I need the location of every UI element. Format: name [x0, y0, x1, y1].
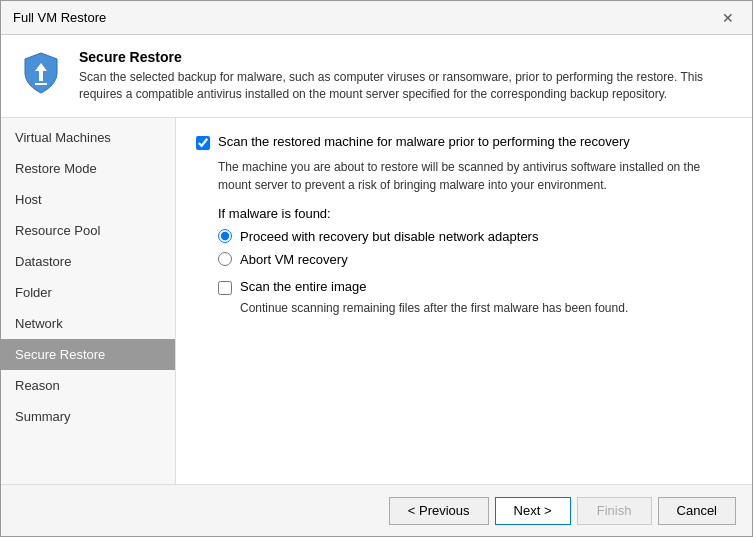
- content-area: Virtual Machines Restore Mode Host Resou…: [1, 118, 752, 484]
- svg-rect-1: [35, 83, 47, 85]
- malware-found-label: If malware is found:: [218, 206, 732, 221]
- sidebar-item-resource-pool[interactable]: Resource Pool: [1, 215, 175, 246]
- sidebar-item-restore-mode[interactable]: Restore Mode: [1, 153, 175, 184]
- main-content: Scan the restored machine for malware pr…: [176, 118, 752, 484]
- entire-image-desc: Continue scanning remaining files after …: [240, 299, 732, 317]
- abort-label[interactable]: Abort VM recovery: [240, 252, 348, 267]
- header-section: Secure Restore Scan the selected backup …: [1, 35, 752, 118]
- sidebar-item-secure-restore[interactable]: Secure Restore: [1, 339, 175, 370]
- radio-row-abort: Abort VM recovery: [218, 252, 732, 267]
- header-text: Secure Restore Scan the selected backup …: [79, 49, 736, 103]
- previous-button[interactable]: < Previous: [389, 497, 489, 525]
- finish-button[interactable]: Finish: [577, 497, 652, 525]
- cancel-button[interactable]: Cancel: [658, 497, 736, 525]
- sidebar-item-summary[interactable]: Summary: [1, 401, 175, 432]
- sidebar-item-reason[interactable]: Reason: [1, 370, 175, 401]
- close-button[interactable]: ✕: [716, 8, 740, 28]
- sidebar-item-host[interactable]: Host: [1, 184, 175, 215]
- secure-restore-icon: [17, 49, 65, 97]
- title-bar: Full VM Restore ✕: [1, 1, 752, 35]
- radio-row-proceed: Proceed with recovery but disable networ…: [218, 229, 732, 244]
- entire-image-label[interactable]: Scan the entire image: [240, 279, 366, 294]
- main-window: Full VM Restore ✕ Secure Restore Scan th…: [0, 0, 753, 537]
- abort-radio[interactable]: [218, 252, 232, 266]
- header-title: Secure Restore: [79, 49, 736, 65]
- footer: < Previous Next > Finish Cancel: [1, 484, 752, 536]
- sidebar: Virtual Machines Restore Mode Host Resou…: [1, 118, 176, 484]
- proceed-radio[interactable]: [218, 229, 232, 243]
- entire-image-section: Scan the entire image Continue scanning …: [218, 279, 732, 317]
- sidebar-item-datastore[interactable]: Datastore: [1, 246, 175, 277]
- window-title: Full VM Restore: [13, 10, 106, 25]
- scan-malware-checkbox[interactable]: [196, 136, 210, 150]
- sidebar-item-network[interactable]: Network: [1, 308, 175, 339]
- entire-image-checkbox[interactable]: [218, 281, 232, 295]
- next-button[interactable]: Next >: [495, 497, 571, 525]
- scan-checkbox-row: Scan the restored machine for malware pr…: [196, 134, 732, 150]
- sidebar-item-folder[interactable]: Folder: [1, 277, 175, 308]
- entire-image-row: Scan the entire image: [218, 279, 732, 295]
- sidebar-item-virtual-machines[interactable]: Virtual Machines: [1, 122, 175, 153]
- scan-description: The machine you are about to restore wil…: [218, 158, 732, 194]
- header-description: Scan the selected backup for malware, su…: [79, 69, 736, 103]
- proceed-label[interactable]: Proceed with recovery but disable networ…: [240, 229, 538, 244]
- radio-group: Proceed with recovery but disable networ…: [218, 229, 732, 267]
- scan-malware-label[interactable]: Scan the restored machine for malware pr…: [218, 134, 630, 149]
